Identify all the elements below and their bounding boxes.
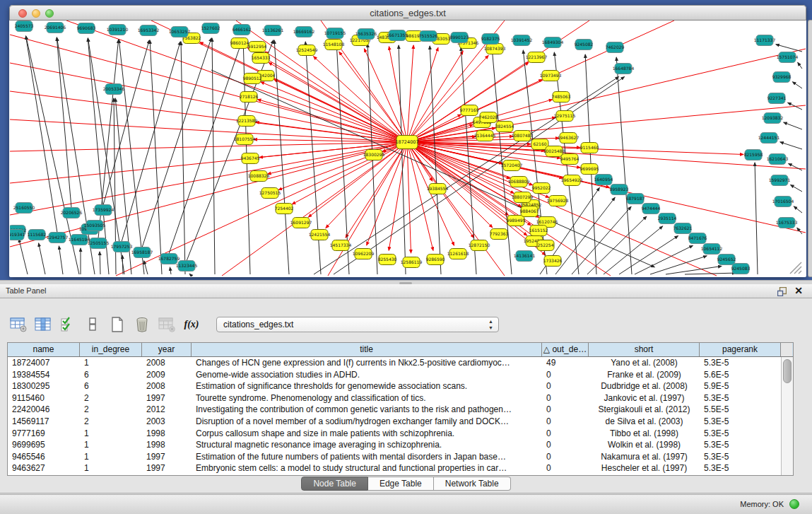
graph-node[interactable]: 11548108: [323, 40, 345, 50]
graph-node[interactable]: 16210643: [767, 154, 789, 165]
graph-node[interactable]: 17016504: [772, 197, 794, 207]
graph-node[interactable]: 19654923: [561, 175, 583, 186]
graph-node[interactable]: 10688809: [508, 177, 530, 187]
graph-node[interactable]: 15992971: [769, 175, 791, 186]
table-row[interactable]: 969969511998Structural magnetic resonanc…: [8, 439, 781, 451]
merge-tables-icon[interactable]: [84, 317, 101, 332]
graph-node[interactable]: 18807299: [512, 192, 534, 203]
function-builder-icon[interactable]: f(x): [183, 317, 200, 332]
graph-node[interactable]: 11171337: [754, 35, 776, 46]
graph-node[interactable]: 7485063: [552, 92, 571, 103]
graph-node[interactable]: 9952022: [532, 183, 551, 194]
graph-node[interactable]: 10653257: [169, 27, 191, 37]
graph-node[interactable]: 18300295: [363, 150, 385, 160]
graph-node[interactable]: 9329968: [772, 72, 792, 83]
graph-node[interactable]: 21364445: [474, 131, 496, 141]
graph-node[interactable]: 7792363: [490, 229, 509, 240]
graph-node[interactable]: 12421554: [309, 230, 331, 240]
graph-node[interactable]: 15751074: [777, 52, 799, 63]
column-header-in_degree[interactable]: in_degree: [80, 343, 142, 356]
graph-node[interactable]: 9890512: [243, 74, 262, 84]
graph-node[interactable]: 10874393: [484, 44, 506, 54]
graph-node[interactable]: 1640954: [594, 175, 613, 185]
table-scrollbar[interactable]: [781, 357, 793, 475]
graph-node[interactable]: 16091297: [290, 218, 312, 228]
graph-node[interactable]: 8990123: [450, 33, 469, 43]
graph-node[interactable]: 20206526: [61, 208, 83, 218]
table-row[interactable]: 946362711997Embryonic stem cells: a mode…: [8, 462, 781, 474]
graph-node[interactable]: 17957253: [111, 242, 133, 252]
column-header-short[interactable]: short: [589, 343, 700, 356]
graph-node[interactable]: 9884067: [520, 206, 539, 217]
graph-node[interactable]: 2405573: [15, 21, 34, 32]
delete-icon[interactable]: [134, 317, 151, 332]
graph-node[interactable]: 9474444: [642, 204, 661, 214]
graph-node[interactable]: 7462028: [479, 112, 498, 123]
float-panel-icon[interactable]: [777, 287, 787, 296]
graph-node[interactable]: 11323445: [176, 261, 198, 271]
graph-node[interactable]: 12975115: [554, 111, 576, 122]
graph-node[interactable]: 1527602: [201, 23, 220, 34]
graph-node[interactable]: 10391210: [107, 25, 129, 35]
graph-node[interactable]: 16953342: [138, 25, 160, 36]
graph-node[interactable]: 14517334: [330, 240, 352, 251]
window-resize-grip[interactable]: [790, 262, 801, 274]
graph-node[interactable]: 1615152: [529, 226, 548, 236]
table-row[interactable]: 1872400712008Changes of HCN gene express…: [8, 357, 781, 369]
graph-node[interactable]: 12942757: [47, 233, 69, 243]
graph-node[interactable]: 12093832: [762, 113, 784, 124]
graph-node[interactable]: 9777169: [460, 105, 479, 116]
network-canvas[interactable]: 1872400718300295193845547563822986012459…: [10, 21, 806, 276]
graph-node[interactable]: 12586119: [401, 257, 423, 268]
graph-node[interactable]: 8958923: [610, 185, 629, 195]
network-window-titlebar[interactable]: citations_edges.txt: [9, 5, 806, 21]
graph-node[interactable]: 9245083: [731, 264, 751, 274]
graph-node[interactable]: 10654112: [701, 244, 723, 255]
table-scrollbar-thumb[interactable]: [783, 359, 792, 383]
graph-node[interactable]: 7254402: [275, 204, 294, 214]
graph-node[interactable]: 12213967: [526, 52, 548, 63]
tab-network-table[interactable]: Network Table: [434, 477, 511, 491]
graph-node[interactable]: 2718126: [240, 92, 259, 103]
graph-node[interactable]: 10391452: [511, 35, 533, 46]
column-header-year[interactable]: year: [142, 343, 192, 356]
show-columns-icon[interactable]: [35, 317, 52, 332]
graph-node[interactable]: 2935114: [658, 214, 677, 224]
graph-node[interactable]: 16648784: [613, 64, 635, 74]
graph-node-hub[interactable]: 18724007: [395, 136, 418, 149]
graph-node[interactable]: 3824554: [495, 122, 514, 132]
table-row[interactable]: 946554611997Estimation of the future num…: [8, 451, 781, 463]
graph-node[interactable]: 15635326: [355, 29, 377, 40]
graph-node[interactable]: 9690683: [77, 23, 96, 34]
graph-node[interactable]: 1115682: [28, 230, 47, 240]
graph-node[interactable]: 19463627: [558, 133, 579, 144]
table-selector-dropdown[interactable]: citations_edges.txt ▲▼: [216, 317, 499, 332]
graph-node[interactable]: 16958187: [131, 247, 153, 258]
table-row[interactable]: 1938455462009Genome-wide association stu…: [8, 369, 781, 381]
graph-node[interactable]: 17359924: [93, 205, 114, 216]
close-panel-icon[interactable]: ✕: [794, 285, 803, 296]
graph-node[interactable]: 8471676: [688, 233, 707, 244]
graph-node[interactable]: 1733426: [543, 256, 563, 267]
graph-node[interactable]: 7515526: [419, 31, 438, 42]
graph-node[interactable]: 10962209: [353, 249, 375, 259]
graph-node[interactable]: 12524549: [296, 45, 318, 56]
graph-node[interactable]: 7632621: [673, 223, 693, 234]
graph-node[interactable]: 9860124: [230, 38, 249, 49]
graph-node[interactable]: 6466162: [233, 25, 252, 35]
graph-node[interactable]: 16849304: [542, 37, 564, 48]
graph-node[interactable]: 10807487: [512, 131, 534, 141]
graph-node[interactable]: 9989495: [507, 216, 526, 226]
graph-node[interactable]: 252254: [537, 240, 554, 251]
graph-node[interactable]: 9227341: [767, 93, 787, 104]
graph-node[interactable]: 9919341: [10, 230, 25, 240]
graph-node[interactable]: 6879187: [626, 194, 645, 204]
graph-node[interactable]: 20053346: [103, 84, 125, 95]
graph-node[interactable]: 15720407: [501, 160, 523, 171]
graph-node[interactable]: 9436745: [241, 153, 260, 164]
column-header-pagerank[interactable]: pagerank: [700, 343, 781, 356]
new-document-icon[interactable]: [109, 317, 126, 332]
graph-node[interactable]: 9286590: [426, 255, 445, 265]
graph-node[interactable]: 12505155: [88, 238, 110, 249]
select-rows-icon[interactable]: [59, 317, 76, 332]
